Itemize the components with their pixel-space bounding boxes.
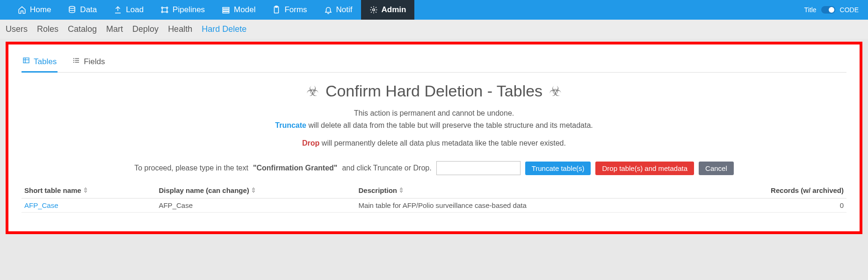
- tab-tables[interactable]: Tables: [22, 53, 58, 73]
- nav-data[interactable]: Data: [59, 0, 105, 20]
- drop-rest: will permanently delete all data plus me…: [319, 139, 566, 147]
- pipeline-icon: [160, 6, 169, 14]
- home-icon: [18, 6, 26, 14]
- title-code-toggle[interactable]: [821, 6, 835, 14]
- svg-rect-11: [23, 58, 29, 63]
- confirm-row: To proceed, please type in the text "Con…: [22, 161, 846, 175]
- confirm-suffix: and click Truncate or Drop.: [342, 164, 431, 172]
- th-desc[interactable]: Description: [355, 183, 694, 199]
- nav-pipelines[interactable]: Pipelines: [152, 0, 213, 20]
- row-desc: Main table for AFP/Polio surveillance ca…: [355, 199, 694, 213]
- database-icon: [68, 6, 76, 14]
- th-records[interactable]: Records (w/ archived): [694, 183, 846, 199]
- confirm-prefix: To proceed, please type in the text: [134, 164, 248, 172]
- svg-rect-7: [223, 12, 229, 13]
- nav-pipelines-label: Pipelines: [173, 5, 205, 15]
- th-display[interactable]: Display name (can change): [156, 183, 355, 199]
- top-nav: Home Data Load Pipelines Model Forms Not…: [0, 0, 868, 20]
- content-frame: Tables Fields ☣ Confirm Hard Deletion - …: [6, 42, 862, 234]
- svg-point-19: [73, 62, 74, 63]
- biohazard-icon: ☣: [549, 83, 562, 99]
- tab-tables-label: Tables: [34, 57, 57, 66]
- th-short-label: Short table name: [24, 186, 81, 194]
- model-icon: [222, 6, 230, 14]
- sub-nav: Users Roles Catalog Mart Deploy Health H…: [0, 20, 868, 39]
- svg-point-0: [69, 7, 75, 9]
- svg-point-3: [161, 11, 163, 13]
- nav-notif[interactable]: Notif: [316, 0, 361, 20]
- th-display-label: Display name (can change): [159, 186, 249, 194]
- row-records: 0: [694, 199, 846, 213]
- th-desc-label: Description: [358, 186, 397, 194]
- title-label: Title: [804, 6, 817, 14]
- subnav-hard-delete[interactable]: Hard Delete: [202, 24, 246, 34]
- sort-icon: [399, 187, 404, 194]
- nav-load[interactable]: Load: [105, 0, 152, 20]
- nav-data-label: Data: [80, 5, 97, 15]
- list-icon: [72, 57, 80, 66]
- svg-point-4: [166, 11, 168, 13]
- svg-point-10: [372, 9, 375, 11]
- tabs: Tables Fields: [22, 53, 846, 73]
- page-title: ☣ Confirm Hard Deletion - Tables ☣: [22, 82, 846, 100]
- page-title-text: Confirm Hard Deletion - Tables: [326, 82, 542, 100]
- drop-button[interactable]: Drop table(s) and metadata: [595, 162, 694, 175]
- truncate-rest: will delete all data from the table but …: [306, 121, 593, 129]
- nav-home[interactable]: Home: [9, 0, 59, 20]
- table-row: AFP_Case AFP_Case Main table for AFP/Pol…: [22, 199, 846, 213]
- nav-notif-label: Notif: [336, 5, 353, 15]
- tab-fields-label: Fields: [84, 57, 105, 66]
- confirm-bold: "Confirmation Granted": [253, 164, 338, 172]
- svg-rect-6: [223, 9, 229, 11]
- subnav-deploy[interactable]: Deploy: [132, 24, 159, 34]
- truncate-explain: Truncate will delete all data from the t…: [22, 120, 846, 131]
- confirm-input[interactable]: [436, 161, 521, 175]
- nav-admin[interactable]: Admin: [361, 0, 415, 20]
- th-records-label: Records (w/ archived): [771, 186, 844, 194]
- svg-point-18: [73, 60, 74, 61]
- th-short[interactable]: Short table name: [22, 183, 156, 199]
- subnav-health[interactable]: Health: [168, 24, 192, 34]
- delete-table: Short table name Display name (can chang…: [22, 183, 846, 213]
- top-nav-left: Home Data Load Pipelines Model Forms Not…: [9, 0, 414, 20]
- row-display: AFP_Case: [156, 199, 355, 213]
- gear-icon: [369, 6, 378, 14]
- svg-point-17: [73, 58, 74, 59]
- clipboard-icon: [272, 6, 281, 14]
- nav-home-label: Home: [30, 5, 51, 15]
- subnav-catalog[interactable]: Catalog: [68, 24, 97, 34]
- code-label: CODE: [840, 6, 859, 14]
- svg-rect-5: [223, 7, 229, 9]
- nav-model-label: Model: [234, 5, 255, 15]
- tab-fields[interactable]: Fields: [72, 53, 106, 73]
- drop-word: Drop: [302, 139, 319, 147]
- sort-icon: [251, 187, 256, 194]
- subnav-roles[interactable]: Roles: [37, 24, 58, 34]
- table-icon: [22, 57, 30, 66]
- sort-icon: [83, 187, 88, 194]
- nav-load-label: Load: [126, 5, 144, 15]
- row-short-link[interactable]: AFP_Case: [24, 201, 58, 209]
- subnav-users[interactable]: Users: [6, 24, 28, 34]
- top-nav-right: Title CODE: [804, 6, 859, 14]
- cancel-button[interactable]: Cancel: [699, 162, 734, 175]
- svg-point-1: [161, 7, 163, 8]
- biohazard-icon: ☣: [306, 83, 319, 99]
- nav-forms-label: Forms: [284, 5, 307, 15]
- nav-forms[interactable]: Forms: [264, 0, 315, 20]
- bell-icon: [324, 6, 333, 14]
- truncate-button[interactable]: Truncate table(s): [525, 162, 591, 175]
- subnav-mart[interactable]: Mart: [106, 24, 123, 34]
- drop-explain: Drop will permanently delete all data pl…: [22, 138, 846, 149]
- warn-permanent: This action is permanent and cannot be u…: [22, 108, 846, 119]
- upload-icon: [114, 6, 122, 14]
- svg-point-2: [166, 7, 168, 8]
- nav-admin-label: Admin: [382, 5, 406, 15]
- nav-model[interactable]: Model: [213, 0, 264, 20]
- truncate-word: Truncate: [275, 121, 306, 129]
